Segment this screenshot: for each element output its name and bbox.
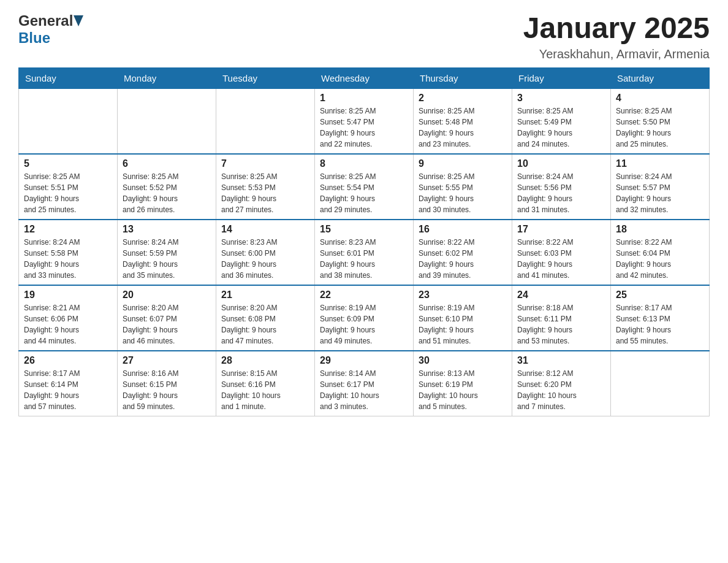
calendar-day-cell: 28Sunrise: 8:15 AMSunset: 6:16 PMDayligh…: [216, 351, 315, 416]
calendar-day-cell: [118, 88, 216, 154]
day-info: Sunrise: 8:19 AMSunset: 6:10 PMDaylight:…: [419, 302, 507, 347]
day-number: 9: [419, 158, 507, 169]
calendar-day-cell: 19Sunrise: 8:21 AMSunset: 6:06 PMDayligh…: [19, 285, 118, 351]
calendar-day-cell: 23Sunrise: 8:19 AMSunset: 6:10 PMDayligh…: [414, 285, 512, 351]
day-info: Sunrise: 8:23 AMSunset: 6:00 PMDaylight:…: [221, 237, 309, 281]
calendar-day-cell: [19, 88, 118, 154]
logo-arrow-icon: [74, 15, 83, 27]
calendar-week-row: 26Sunrise: 8:17 AMSunset: 6:14 PMDayligh…: [19, 351, 710, 416]
day-number: 27: [123, 355, 211, 366]
weekday-header-sunday: Sunday: [19, 67, 118, 88]
day-info: Sunrise: 8:22 AMSunset: 6:04 PMDaylight:…: [616, 237, 704, 281]
day-info: Sunrise: 8:25 AMSunset: 5:52 PMDaylight:…: [123, 171, 211, 215]
calendar-day-cell: 12Sunrise: 8:24 AMSunset: 5:58 PMDayligh…: [19, 220, 118, 285]
calendar-day-cell: 6Sunrise: 8:25 AMSunset: 5:52 PMDaylight…: [118, 154, 216, 220]
day-info: Sunrise: 8:20 AMSunset: 6:08 PMDaylight:…: [221, 302, 309, 347]
calendar-day-cell: 16Sunrise: 8:22 AMSunset: 6:02 PMDayligh…: [414, 220, 512, 285]
page-header: General Blue January 2025 Yeraskhahun, A…: [18, 12, 710, 61]
calendar-day-cell: 26Sunrise: 8:17 AMSunset: 6:14 PMDayligh…: [19, 351, 118, 416]
logo-blue-text: Blue: [18, 29, 50, 46]
day-info: Sunrise: 8:16 AMSunset: 6:15 PMDaylight:…: [123, 368, 211, 412]
day-number: 5: [24, 158, 112, 169]
day-number: 29: [320, 355, 408, 366]
weekday-header-tuesday: Tuesday: [216, 67, 315, 88]
calendar-day-cell: 1Sunrise: 8:25 AMSunset: 5:47 PMDaylight…: [315, 88, 414, 154]
day-info: Sunrise: 8:24 AMSunset: 5:58 PMDaylight:…: [24, 237, 112, 281]
day-info: Sunrise: 8:25 AMSunset: 5:49 PMDaylight:…: [517, 105, 605, 150]
weekday-header-row: SundayMondayTuesdayWednesdayThursdayFrid…: [19, 67, 710, 88]
day-number: 2: [419, 93, 507, 104]
calendar-day-cell: 30Sunrise: 8:13 AMSunset: 6:19 PMDayligh…: [414, 351, 512, 416]
day-info: Sunrise: 8:19 AMSunset: 6:09 PMDaylight:…: [320, 302, 408, 347]
day-number: 14: [221, 224, 309, 235]
day-info: Sunrise: 8:25 AMSunset: 5:54 PMDaylight:…: [320, 171, 408, 215]
calendar-day-cell: 29Sunrise: 8:14 AMSunset: 6:17 PMDayligh…: [315, 351, 414, 416]
day-info: Sunrise: 8:25 AMSunset: 5:50 PMDaylight:…: [616, 105, 704, 150]
day-info: Sunrise: 8:25 AMSunset: 5:55 PMDaylight:…: [419, 171, 507, 215]
day-info: Sunrise: 8:24 AMSunset: 5:57 PMDaylight:…: [616, 171, 704, 215]
calendar-day-cell: 11Sunrise: 8:24 AMSunset: 5:57 PMDayligh…: [611, 154, 710, 220]
calendar-day-cell: 25Sunrise: 8:17 AMSunset: 6:13 PMDayligh…: [611, 285, 710, 351]
day-number: 23: [419, 289, 507, 301]
calendar-week-row: 5Sunrise: 8:25 AMSunset: 5:51 PMDaylight…: [19, 154, 710, 220]
calendar-day-cell: 8Sunrise: 8:25 AMSunset: 5:54 PMDaylight…: [315, 154, 414, 220]
calendar-table: SundayMondayTuesdayWednesdayThursdayFrid…: [18, 67, 710, 416]
day-number: 16: [419, 224, 507, 235]
calendar-day-cell: 3Sunrise: 8:25 AMSunset: 5:49 PMDaylight…: [512, 88, 611, 154]
day-number: 11: [616, 158, 704, 169]
day-number: 31: [517, 355, 605, 366]
day-number: 6: [123, 158, 211, 169]
calendar-day-cell: 7Sunrise: 8:25 AMSunset: 5:53 PMDaylight…: [216, 154, 315, 220]
calendar-day-cell: [611, 351, 710, 416]
day-number: 12: [24, 224, 112, 235]
day-info: Sunrise: 8:15 AMSunset: 6:16 PMDaylight:…: [221, 368, 309, 412]
calendar-day-cell: [216, 88, 315, 154]
day-info: Sunrise: 8:23 AMSunset: 6:01 PMDaylight:…: [320, 237, 408, 281]
calendar-day-cell: 13Sunrise: 8:24 AMSunset: 5:59 PMDayligh…: [118, 220, 216, 285]
day-info: Sunrise: 8:25 AMSunset: 5:53 PMDaylight:…: [221, 171, 309, 215]
day-info: Sunrise: 8:25 AMSunset: 5:51 PMDaylight:…: [24, 171, 112, 215]
weekday-header-thursday: Thursday: [414, 67, 512, 88]
calendar-subtitle: Yeraskhahun, Armavir, Armenia: [523, 47, 710, 61]
day-number: 15: [320, 224, 408, 235]
svg-marker-0: [74, 15, 83, 26]
day-info: Sunrise: 8:17 AMSunset: 6:14 PMDaylight:…: [24, 368, 112, 412]
calendar-week-row: 1Sunrise: 8:25 AMSunset: 5:47 PMDaylight…: [19, 88, 710, 154]
calendar-day-cell: 22Sunrise: 8:19 AMSunset: 6:09 PMDayligh…: [315, 285, 414, 351]
calendar-day-cell: 17Sunrise: 8:22 AMSunset: 6:03 PMDayligh…: [512, 220, 611, 285]
calendar-day-cell: 9Sunrise: 8:25 AMSunset: 5:55 PMDaylight…: [414, 154, 512, 220]
day-info: Sunrise: 8:12 AMSunset: 6:20 PMDaylight:…: [517, 368, 605, 412]
day-info: Sunrise: 8:14 AMSunset: 6:17 PMDaylight:…: [320, 368, 408, 412]
calendar-week-row: 19Sunrise: 8:21 AMSunset: 6:06 PMDayligh…: [19, 285, 710, 351]
day-info: Sunrise: 8:25 AMSunset: 5:47 PMDaylight:…: [320, 105, 408, 150]
day-number: 10: [517, 158, 605, 169]
day-number: 13: [123, 224, 211, 235]
day-number: 1: [320, 93, 408, 104]
day-number: 21: [221, 289, 309, 301]
day-info: Sunrise: 8:18 AMSunset: 6:11 PMDaylight:…: [517, 302, 605, 347]
calendar-day-cell: 4Sunrise: 8:25 AMSunset: 5:50 PMDaylight…: [611, 88, 710, 154]
calendar-day-cell: 21Sunrise: 8:20 AMSunset: 6:08 PMDayligh…: [216, 285, 315, 351]
day-info: Sunrise: 8:17 AMSunset: 6:13 PMDaylight:…: [616, 302, 704, 347]
day-number: 18: [616, 224, 704, 235]
day-number: 4: [616, 93, 704, 104]
weekday-header-saturday: Saturday: [611, 67, 710, 88]
calendar-day-cell: 2Sunrise: 8:25 AMSunset: 5:48 PMDaylight…: [414, 88, 512, 154]
calendar-week-row: 12Sunrise: 8:24 AMSunset: 5:58 PMDayligh…: [19, 220, 710, 285]
calendar-title: January 2025: [523, 12, 710, 45]
day-number: 19: [24, 289, 112, 301]
calendar-day-cell: 5Sunrise: 8:25 AMSunset: 5:51 PMDaylight…: [19, 154, 118, 220]
day-number: 7: [221, 158, 309, 169]
day-info: Sunrise: 8:24 AMSunset: 5:56 PMDaylight:…: [517, 171, 605, 215]
day-info: Sunrise: 8:13 AMSunset: 6:19 PMDaylight:…: [419, 368, 507, 412]
day-number: 3: [517, 93, 605, 104]
day-number: 20: [123, 289, 211, 301]
weekday-header-monday: Monday: [118, 67, 216, 88]
day-number: 28: [221, 355, 309, 366]
calendar-day-cell: 20Sunrise: 8:20 AMSunset: 6:07 PMDayligh…: [118, 285, 216, 351]
day-number: 30: [419, 355, 507, 366]
day-info: Sunrise: 8:25 AMSunset: 5:48 PMDaylight:…: [419, 105, 507, 150]
day-info: Sunrise: 8:24 AMSunset: 5:59 PMDaylight:…: [123, 237, 211, 281]
calendar-header: SundayMondayTuesdayWednesdayThursdayFrid…: [19, 67, 710, 88]
day-info: Sunrise: 8:22 AMSunset: 6:03 PMDaylight:…: [517, 237, 605, 281]
